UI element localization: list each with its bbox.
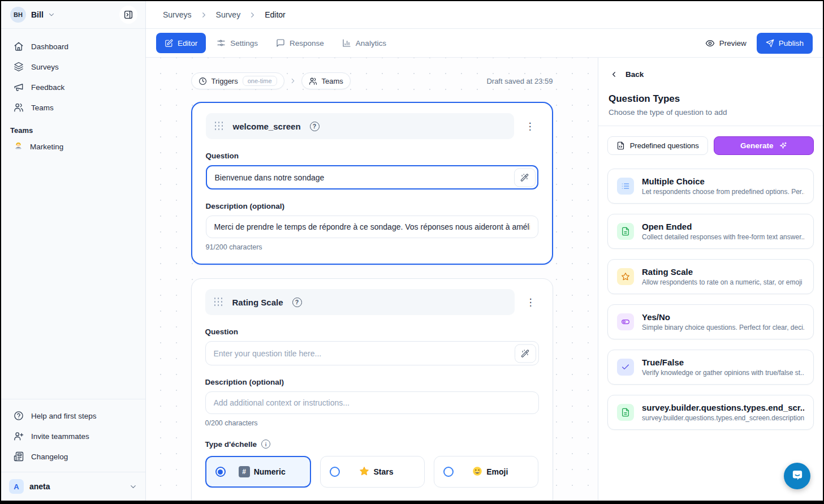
tab-settings[interactable]: Settings xyxy=(209,33,265,53)
preview-button[interactable]: Preview xyxy=(705,38,747,48)
type-title: Open Ended xyxy=(642,222,804,231)
scale-options: # Numeric Stars xyxy=(205,456,539,488)
question-card-welcome[interactable]: welcome_screen ? ⋮ Question xyxy=(191,102,553,265)
type-card-end-screen[interactable]: survey.builder.questions.types.end_scr..… xyxy=(607,395,814,430)
tab-response[interactable]: Response xyxy=(269,33,331,53)
drag-handle-icon[interactable] xyxy=(214,298,223,307)
sidebar-item-invite[interactable]: Invite teammates xyxy=(8,427,139,446)
question-label: Question xyxy=(205,328,539,336)
back-button[interactable]: Back xyxy=(607,69,814,79)
question-input-wrap xyxy=(206,165,538,189)
description-input[interactable] xyxy=(206,216,538,238)
sidebar-item-teams[interactable]: Teams xyxy=(8,98,139,117)
star-emoji-icon xyxy=(359,466,369,478)
sidebar: BH Bill Dashboard Surveys Feedback T xyxy=(1,1,146,501)
triggers-chip[interactable]: Triggers one-time xyxy=(191,72,284,89)
type-card-multiple-choice[interactable]: Multiple Choice Let respondents choose f… xyxy=(607,169,814,204)
kebab-menu-icon[interactable]: ⋮ xyxy=(522,119,538,133)
question-input[interactable] xyxy=(205,341,539,365)
sidebar-item-feedback[interactable]: Feedback xyxy=(8,77,139,97)
eye-icon xyxy=(705,38,715,48)
type-title: Multiple Choice xyxy=(642,176,804,186)
magic-wand-button[interactable] xyxy=(514,168,536,187)
sidebar-item-label: Feedback xyxy=(31,83,64,92)
editor-toolbar: Editor Settings Response Analytics Previ… xyxy=(146,29,823,58)
info-circle-icon[interactable]: i xyxy=(261,440,270,449)
char-count: 91/200 characters xyxy=(206,243,538,251)
publish-button[interactable]: Publish xyxy=(757,33,813,54)
magic-wand-button[interactable] xyxy=(515,344,536,363)
back-label: Back xyxy=(625,70,644,79)
sidebar-item-label: Invite teammates xyxy=(31,432,89,441)
type-card-yes-no[interactable]: Yes/No Simple binary choice questions. P… xyxy=(607,304,814,339)
sidebar-item-marketing[interactable]: Marketing xyxy=(1,137,145,156)
description-input[interactable] xyxy=(205,391,539,414)
bar-chart-icon xyxy=(342,38,351,48)
file-text-icon xyxy=(617,223,634,240)
chevron-down-icon[interactable] xyxy=(48,11,55,19)
file-text-icon xyxy=(617,404,634,421)
sidebar-header: BH Bill xyxy=(1,1,145,29)
sliders-icon xyxy=(217,38,226,48)
org-switcher[interactable]: A aneta xyxy=(1,472,145,501)
radio-selected-icon xyxy=(215,467,226,477)
toggle-icon xyxy=(617,313,634,330)
sidebar-item-help[interactable]: Help and first steps xyxy=(8,406,139,425)
pencil-icon xyxy=(165,39,173,48)
type-description: Allow respondents to rate on a numeric, … xyxy=(642,278,804,286)
tab-editor[interactable]: Editor xyxy=(156,33,206,53)
users-icon xyxy=(309,77,317,85)
teams-section-label: Teams xyxy=(1,117,145,137)
tab-analytics[interactable]: Analytics xyxy=(335,33,394,53)
user-avatar[interactable]: BH xyxy=(10,7,26,23)
sidebar-item-label: Dashboard xyxy=(31,42,68,51)
type-text: Multiple Choice Let respondents choose f… xyxy=(642,176,804,196)
help-circle-icon[interactable]: ? xyxy=(310,122,320,131)
org-name: aneta xyxy=(29,482,50,491)
sidebar-item-dashboard[interactable]: Dashboard xyxy=(8,37,139,56)
chevron-right-icon xyxy=(248,11,257,19)
scale-type-label: Type d'échelle i xyxy=(205,440,539,449)
team-label: Marketing xyxy=(30,143,63,151)
card-header: welcome_screen ? ⋮ xyxy=(206,113,538,139)
generate-button[interactable]: Generate xyxy=(714,136,814,155)
type-title: survey.builder.questions.types.end_scr..… xyxy=(642,403,804,412)
user-name[interactable]: Bill xyxy=(31,10,44,19)
chevron-left-icon xyxy=(610,70,618,79)
predefined-questions-button[interactable]: Predefined questions xyxy=(607,136,708,155)
breadcrumb-surveys[interactable]: Surveys xyxy=(163,10,192,19)
newspaper-icon xyxy=(14,451,24,462)
teams-chip[interactable]: Teams xyxy=(301,72,351,89)
type-card-rating-scale[interactable]: Rating Scale Allow respondents to rate o… xyxy=(607,259,814,294)
divider xyxy=(598,126,823,126)
drag-handle-icon[interactable] xyxy=(215,122,224,131)
app: BH Bill Dashboard Surveys Feedback T xyxy=(1,1,823,501)
breadcrumb-survey[interactable]: Survey xyxy=(216,10,241,19)
help-circle-icon[interactable]: ? xyxy=(292,298,302,307)
canvas-chips-row: Triggers one-time Teams Draft saved at 2… xyxy=(191,72,553,89)
question-input[interactable] xyxy=(206,165,538,189)
scale-option-stars[interactable]: Stars xyxy=(320,456,425,488)
panel-subtitle: Choose the type of question to add xyxy=(607,108,814,117)
description-label: Description (optional) xyxy=(205,378,539,386)
trigger-type-badge: one-time xyxy=(243,76,277,86)
megaphone-icon xyxy=(14,82,24,92)
scale-option-emoji[interactable]: Emoji xyxy=(434,456,538,488)
sidebar-item-label: Changelog xyxy=(31,453,68,461)
type-card-true-false[interactable]: True/False Verify knowledge or gather op… xyxy=(607,350,814,385)
draft-status: Draft saved at 23:59 xyxy=(486,77,553,85)
type-card-open-ended[interactable]: Open Ended Collect detailed responses wi… xyxy=(607,214,814,249)
question-card-rating[interactable]: Rating Scale ? ⋮ Question De xyxy=(191,278,553,501)
scale-option-numeric[interactable]: # Numeric xyxy=(205,456,311,488)
message-square-icon xyxy=(276,38,285,48)
option-label: Stars xyxy=(373,467,393,476)
sidebar-collapse-button[interactable] xyxy=(119,6,137,24)
card-header-strip: Rating Scale ? xyxy=(205,289,515,315)
star-icon xyxy=(617,268,634,285)
sidebar-item-surveys[interactable]: Surveys xyxy=(8,57,139,76)
check-icon xyxy=(617,359,634,376)
sidebar-item-changelog[interactable]: Changelog xyxy=(8,447,139,466)
kebab-menu-icon[interactable]: ⋮ xyxy=(523,295,539,309)
survey-canvas: Triggers one-time Teams Draft saved at 2… xyxy=(146,58,598,501)
tab-label: Settings xyxy=(230,39,258,48)
